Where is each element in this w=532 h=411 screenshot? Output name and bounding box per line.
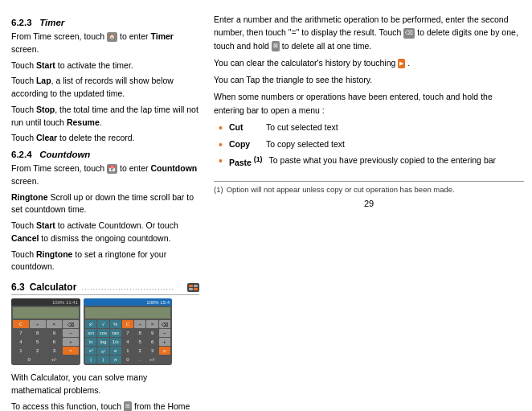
adv-btn-log: log: [97, 338, 108, 346]
adv-btn-7: 7: [122, 329, 133, 337]
adv-btn-lparen: (: [85, 356, 96, 364]
calc-btn-del: ⌫: [63, 320, 79, 328]
adv-btn-add: +: [159, 338, 170, 346]
section-dots: .................................: [81, 283, 182, 291]
right-column: Enter a number and the arithmetic operat…: [209, 8, 532, 411]
calc-btn-5: 5: [30, 338, 46, 346]
adv-calc-grid: x! √ % C ÷ × ⌫ sin cos tan 7 8 9: [85, 320, 170, 364]
adv-btn-mul: ×: [146, 320, 158, 328]
paste-bullet: •: [219, 155, 223, 169]
bullet-paste: • Paste (1) To paste what you have previ…: [219, 154, 524, 169]
adv-calc-body: x! √ % C ÷ × ⌫ sin cos tan 7 8 9: [84, 306, 172, 365]
adv-btn-4: 4: [122, 338, 133, 346]
footnote-text: Option will not appear unless copy or cu…: [227, 185, 455, 194]
adv-btn-2: 2: [134, 347, 145, 355]
calc-app-icon: ⊞: [124, 401, 132, 411]
countdown-p1: From Time screen, touch 📅 to enter Count…: [11, 162, 199, 188]
calc-btn-c: C: [13, 320, 29, 328]
calc-btn-mul: ×: [47, 320, 63, 328]
adv-btn-del: ⌫: [159, 320, 170, 328]
calc-btn-1: 1: [13, 347, 29, 355]
adv-btn-plusminus: +/-: [146, 356, 158, 364]
page-number: 29: [214, 199, 524, 208]
left-column: 6.2.3 Timer From Time screen, touch 🏠 to…: [0, 8, 209, 411]
home-icon: 🏠: [107, 32, 117, 43]
countdown-p4: Touch Ringtone to set a ringtone for you…: [11, 249, 199, 274]
calc-btn-div: ÷: [30, 320, 46, 328]
adv-btn-c: C: [122, 320, 133, 328]
basic-calc-screenshot: 100% 11:41 C ÷ × ⌫ 7 8 9 −: [11, 298, 80, 365]
adv-btn-8: 8: [134, 329, 145, 337]
adv-btn-1: 1: [122, 347, 133, 355]
right-desc3: You can Tap the triangle to see the hist…: [214, 73, 524, 86]
bullet-cut: • Cut To cut selected text: [219, 121, 524, 134]
adv-btn-pow: xʸ: [97, 347, 108, 355]
adv-btn-3: 3: [146, 347, 158, 355]
adv-btn-sq: x²: [85, 347, 96, 355]
adv-btn-eq: =: [159, 347, 170, 355]
adv-calc-screenshot: 100% 15:4 x! √ % C ÷ × ⌫ sin: [84, 298, 172, 365]
calc-btn-sub: −: [63, 329, 79, 337]
right-desc1: Enter a number and the arithmetic operat…: [214, 13, 524, 52]
calc-btn-9: 9: [47, 329, 63, 337]
calc-mini-icon: [187, 283, 199, 292]
footnote: (1) Option will not appear unless copy o…: [214, 185, 524, 194]
clear-history-icon: ▶: [398, 59, 405, 69]
adv-btn-sub: −: [159, 329, 170, 337]
right-desc2: You can clear the calculator's history b…: [214, 56, 524, 69]
cut-bullet: •: [219, 122, 223, 134]
delete-icon: ⌫: [403, 28, 415, 39]
bullet-copy: • Copy To copy selected text: [219, 138, 524, 151]
adv-btn-cos: cos: [97, 329, 108, 337]
basic-calc-display: [13, 307, 79, 319]
adv-calc-display: [85, 307, 170, 319]
footnote-section: (1) Option will not appear unless copy o…: [214, 181, 524, 194]
section-63-heading: 6.3 Calculator .........................…: [11, 282, 199, 295]
adv-btn-pct: %: [110, 320, 121, 328]
adv-btn-sin: sin: [85, 329, 96, 337]
adv-btn-fact: x!: [85, 320, 96, 328]
calc-btn-3: 3: [47, 347, 63, 355]
adv-btn-rparen: ): [97, 356, 108, 364]
calc-p2: To access this function, touch ⊞ from th…: [11, 401, 199, 412]
calc-p1: With Calculator, you can solve many math…: [11, 372, 199, 397]
adv-btn-tan: tan: [110, 329, 121, 337]
page: 6.2.3 Timer From Time screen, touch 🏠 to…: [0, 0, 532, 411]
footnote-number: (1): [214, 185, 223, 194]
adv-btn-e: e: [110, 347, 121, 355]
adv-btn-6: 6: [146, 338, 158, 346]
timer-p4: Touch Stop, the total time and the lap t…: [11, 104, 199, 129]
right-desc4: When some numbers or operations have bee…: [214, 90, 524, 117]
calc-btn-plusminus: +/-: [47, 356, 63, 364]
adv-btn-0: 0: [122, 356, 133, 364]
adv-status-bar: 100% 15:4: [84, 298, 172, 306]
basic-status-bar: 100% 11:41: [11, 298, 80, 306]
basic-calc-grid: C ÷ × ⌫ 7 8 9 − 4 5 6 +: [13, 320, 79, 364]
calc-btn-2: 2: [30, 347, 46, 355]
adv-btn-ln: ln: [85, 338, 96, 346]
timer-p2: Touch Start to activate the timer.: [11, 60, 199, 72]
paste-footnote-marker: (1): [254, 155, 263, 163]
timer-p1: From Time screen, touch 🏠 to enter Timer…: [11, 31, 199, 56]
delete-hold-icon: ⊠: [272, 41, 280, 51]
basic-calc-body: C ÷ × ⌫ 7 8 9 − 4 5 6 +: [11, 306, 80, 365]
adv-btn-pi: π: [110, 356, 121, 364]
countdown-p2: Ringtone Scroll up or down the time scro…: [11, 191, 199, 217]
calendar-icon: 📅: [107, 164, 117, 175]
section-623-heading: 6.2.3 Timer: [11, 18, 199, 27]
adv-btn-9: 9: [146, 329, 158, 337]
adv-btn-div: ÷: [134, 320, 145, 328]
adv-btn-5: 5: [134, 338, 145, 346]
countdown-p3: Touch Start to activate Countdown. Or to…: [11, 220, 199, 245]
calc-btn-8: 8: [30, 329, 46, 337]
calc-btn-4: 4: [13, 338, 29, 346]
calc-btn-eq: =: [63, 347, 79, 355]
copy-bullet: •: [219, 139, 223, 151]
timer-p3: Touch Lap, a list of records will show b…: [11, 75, 199, 101]
calc-btn-6: 6: [47, 338, 63, 346]
timer-p5: Touch Clear to delete the record.: [11, 132, 199, 145]
section-624-heading: 6.2.4 Countdown: [11, 150, 199, 159]
calc-btn-7: 7: [13, 329, 29, 337]
screenshots-row: 100% 11:41 C ÷ × ⌫ 7 8 9 −: [11, 298, 199, 365]
adv-btn-sqrt: √: [97, 320, 108, 328]
